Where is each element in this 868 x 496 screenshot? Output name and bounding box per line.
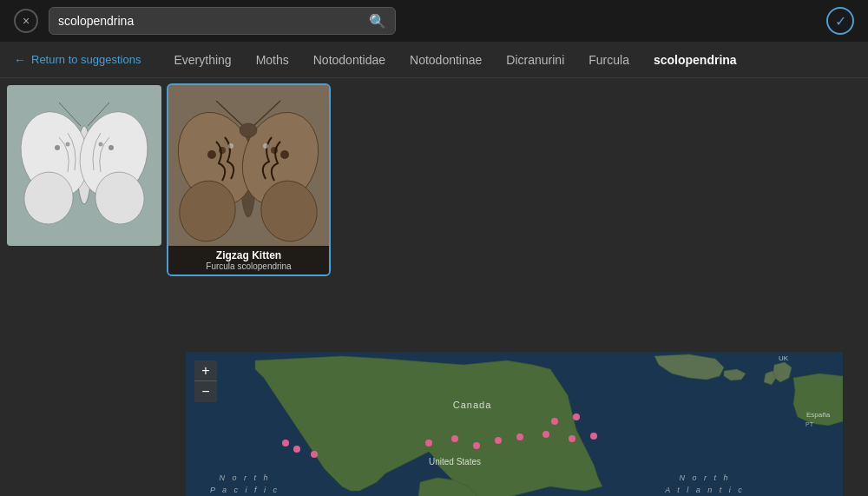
- map-label-atlantic: A t l a n t i c: [664, 486, 745, 494]
- zoom-in-button[interactable]: +: [194, 360, 217, 381]
- main-layout: Zigzag Kitten Furcula scolopendrina: [0, 78, 868, 496]
- map-label-united-states: United States: [429, 457, 481, 466]
- tab-scolopendrina[interactable]: scolopendrina: [641, 42, 749, 78]
- svg-point-24: [271, 147, 278, 154]
- zoom-out-button[interactable]: −: [194, 381, 217, 402]
- svg-point-8: [55, 145, 60, 150]
- confirm-button[interactable]: ✓: [826, 7, 854, 35]
- tab-notodontinae[interactable]: Notodontinae: [398, 42, 494, 78]
- svg-point-26: [263, 143, 268, 149]
- svg-point-22: [219, 147, 226, 154]
- card-label-2: Zigzag Kitten Furcula scolopendrina: [168, 246, 329, 274]
- sci-name-2: Furcula scolopendrina: [174, 261, 324, 271]
- obs-dot-6: [473, 442, 480, 449]
- map-label-pt: PT: [806, 421, 814, 427]
- tab-everything[interactable]: Everything: [161, 42, 243, 78]
- image-card-1[interactable]: [7, 85, 161, 246]
- svg-point-23: [280, 150, 289, 159]
- obs-dot-1: [282, 440, 289, 446]
- map-label-pacific: P a c i f i c: [210, 486, 279, 494]
- map-section: Canada United States N o r t h P a c i f…: [186, 352, 843, 496]
- confirm-icon: ✓: [835, 13, 846, 30]
- close-icon: ×: [23, 14, 30, 28]
- search-input[interactable]: [58, 14, 369, 28]
- tab-dicranurini[interactable]: Dicranurini: [494, 42, 576, 78]
- common-name-2: Zigzag Kitten: [174, 249, 324, 261]
- obs-dot-8: [516, 433, 523, 440]
- svg-point-20: [240, 123, 257, 137]
- obs-dot-11: [590, 433, 597, 440]
- obs-dot-10: [569, 435, 575, 442]
- obs-dot-4: [425, 440, 432, 446]
- tab-moths[interactable]: Moths: [244, 42, 301, 78]
- image-card-2[interactable]: Zigzag Kitten Furcula scolopendrina: [168, 85, 329, 274]
- header: × 🔍 ✓: [0, 0, 868, 42]
- nav-bar: ← Return to suggestions Everything Moths…: [0, 42, 868, 78]
- obs-dot-12: [551, 418, 558, 425]
- svg-point-25: [228, 143, 233, 149]
- obs-dot-7: [495, 437, 502, 444]
- obs-dot-3: [311, 451, 318, 458]
- back-arrow-icon: ←: [14, 53, 26, 67]
- nav-tabs: Everything Moths Notodontidae Notodontin…: [161, 42, 748, 78]
- obs-dot-9: [542, 431, 549, 438]
- svg-point-11: [99, 142, 103, 147]
- map-svg: Canada United States N o r t h P a c i f…: [186, 352, 843, 496]
- svg-point-21: [207, 150, 216, 159]
- return-label: Return to suggestions: [31, 53, 141, 66]
- close-button[interactable]: ×: [14, 9, 38, 33]
- search-box: 🔍: [49, 7, 396, 35]
- map-label-espana: España: [806, 411, 831, 419]
- map-label-north-pacific: N o r t h: [219, 473, 270, 482]
- moth-image-1: [7, 85, 161, 246]
- svg-point-9: [66, 142, 70, 147]
- svg-point-10: [108, 145, 114, 150]
- tab-furcula[interactable]: Furcula: [576, 42, 641, 78]
- map-label-north-atlantic: N o r t h: [679, 473, 730, 482]
- map-label-uk: UK: [779, 354, 789, 362]
- map-controls: + −: [194, 360, 217, 402]
- tab-notodontidae[interactable]: Notodontidae: [301, 42, 398, 78]
- obs-dot-5: [451, 435, 458, 442]
- obs-dot-2: [293, 446, 300, 453]
- search-icon[interactable]: 🔍: [369, 13, 386, 30]
- obs-dot-13: [573, 413, 580, 420]
- map-label-canada: Canada: [453, 400, 492, 410]
- return-link[interactable]: ← Return to suggestions: [14, 53, 141, 67]
